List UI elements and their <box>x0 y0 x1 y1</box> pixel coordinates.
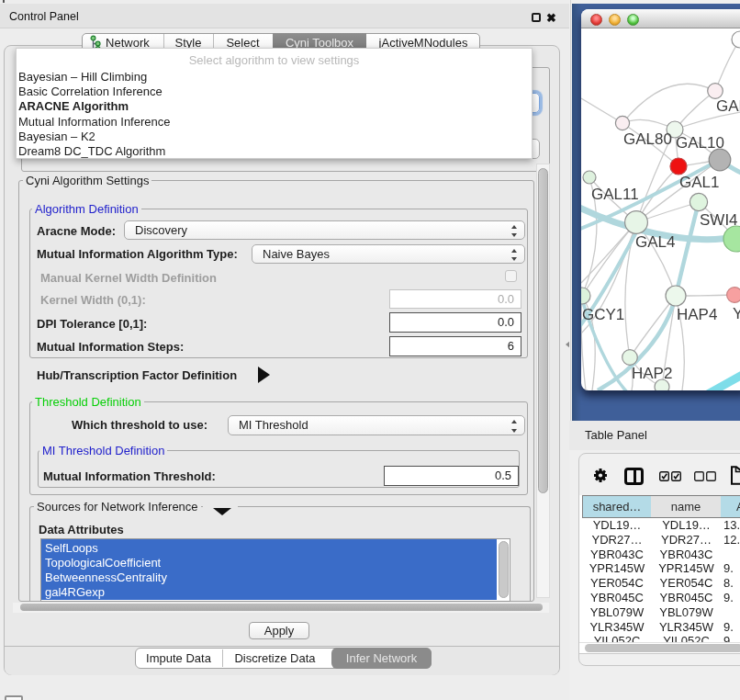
svg-text:SWI4: SWI4 <box>700 211 738 229</box>
svg-text:GCY1: GCY1 <box>582 306 624 323</box>
svg-text:GAL80: GAL80 <box>623 130 672 148</box>
svg-text:HAP4: HAP4 <box>677 306 717 323</box>
svg-text:GAL4: GAL4 <box>635 233 675 251</box>
svg-text:GAL1: GAL1 <box>679 174 719 191</box>
svg-text:Y: Y <box>733 305 740 322</box>
svg-text:HAP2: HAP2 <box>632 365 672 382</box>
svg-text:GAL10: GAL10 <box>676 134 724 152</box>
svg-text:GAL7: GAL7 <box>716 97 740 115</box>
svg-text:GAL11: GAL11 <box>591 186 639 203</box>
